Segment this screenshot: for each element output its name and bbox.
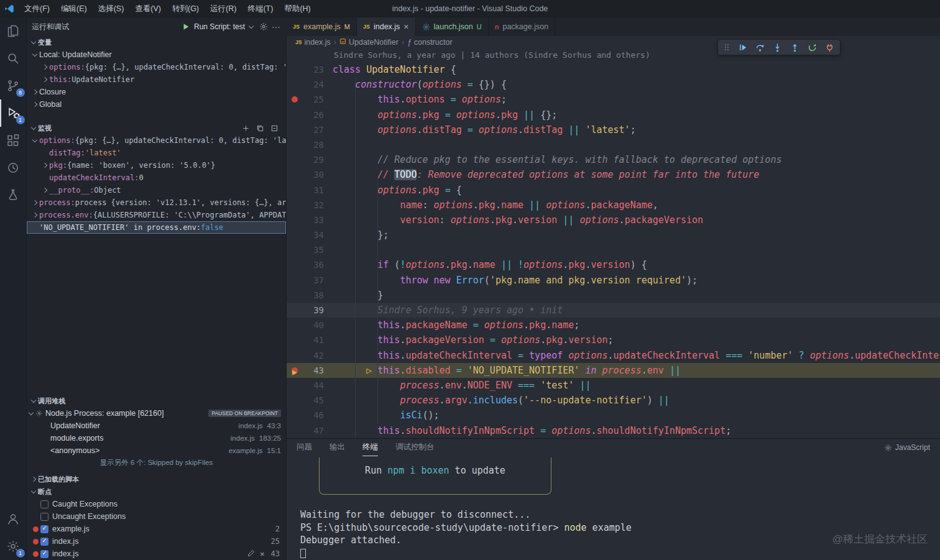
- code-line[interactable]: 47 this.shouldNotifyInNpmScript = option…: [287, 423, 940, 438]
- breakpoint-checkbox[interactable]: [40, 513, 48, 521]
- code-line[interactable]: 26 options.pkg = options.pkg || {};: [287, 108, 940, 122]
- menu-item[interactable]: 文件(F): [19, 0, 55, 17]
- tab-launch.json[interactable]: launch.jsonU: [416, 17, 489, 36]
- code-line[interactable]: 34 };: [287, 227, 940, 242]
- breadcrumb-item-index.js[interactable]: JSindex.js: [295, 38, 331, 47]
- section-breakpoints[interactable]: 断点: [27, 485, 286, 498]
- remove-breakpoint-icon[interactable]: ×: [260, 549, 265, 559]
- code-line[interactable]: 41 this.packageVersion = options.pkg.ver…: [287, 333, 940, 347]
- code-line[interactable]: 36 if (!options.pkg.name || !options.pkg…: [287, 257, 940, 272]
- restart-icon[interactable]: [808, 43, 817, 52]
- show-more-frames-link[interactable]: 显示另外 6 个: Skipped by skipFiles: [27, 457, 286, 468]
- variable-row[interactable]: Local: UpdateNotifier: [27, 48, 286, 61]
- terminal[interactable]: Run npm i boxen to update Waiting for th…: [287, 456, 940, 560]
- code-line[interactable]: 23class UpdateNotifier {: [287, 62, 940, 77]
- continue-icon[interactable]: [738, 43, 747, 52]
- menu-item[interactable]: 选择(S): [93, 0, 130, 17]
- debug-config-dropdown[interactable]: Run Script: test: [194, 22, 256, 31]
- extensions-icon[interactable]: [0, 127, 27, 154]
- section-loaded-scripts[interactable]: 已加载的脚本: [27, 473, 286, 485]
- tab-package.json[interactable]: npackage.json: [489, 17, 555, 36]
- watch-row[interactable]: pkg: {name: 'boxen', version: '5.0.0'}: [27, 159, 286, 172]
- source-control-icon[interactable]: 8: [0, 72, 27, 99]
- drag-grip-icon[interactable]: [724, 42, 730, 52]
- start-debugging-button[interactable]: [182, 22, 190, 31]
- breadcrumb-item-UpdateNotifier[interactable]: UpdateNotifier: [339, 38, 399, 47]
- menu-item[interactable]: 终端(T): [242, 0, 279, 17]
- code-line[interactable]: 45 process.argv.includes('--no-update-no…: [287, 393, 940, 408]
- run-debug-icon[interactable]: 1: [0, 99, 27, 127]
- watch-row[interactable]: process.env: {ALLUSERSPROFILE: 'C:\\Prog…: [27, 209, 286, 221]
- breadcrumb-item-constructor[interactable]: ƒconstructor: [407, 38, 453, 47]
- settings-gear-icon[interactable]: 1: [0, 533, 27, 560]
- watch-row[interactable]: distTag: 'latest': [27, 147, 286, 159]
- code-line[interactable]: 35: [287, 242, 940, 257]
- breakpoint-checkbox[interactable]: [40, 538, 48, 546]
- debug-session-row[interactable]: Node.js Process: example [62160] PAUSED …: [27, 407, 286, 420]
- breakpoint-row[interactable]: index.js×43: [27, 548, 286, 560]
- test-beaker-icon[interactable]: [0, 181, 27, 209]
- code-line[interactable]: 27 options.distTag = options.distTag || …: [287, 122, 940, 137]
- code-line[interactable]: 30 // TODO: Remove deprecated options at…: [287, 167, 940, 182]
- add-expression-icon[interactable]: [242, 124, 250, 132]
- more-actions-icon[interactable]: ···: [272, 22, 280, 32]
- breakpoint-row[interactable]: Caught Exceptions: [27, 498, 286, 510]
- section-watch[interactable]: 监视: [27, 122, 286, 134]
- code-line[interactable]: 28: [287, 137, 940, 152]
- menu-item[interactable]: 编辑(E): [55, 0, 93, 17]
- variable-row[interactable]: Global: [27, 98, 286, 111]
- terminal-profile[interactable]: JavaScript: [884, 443, 930, 452]
- menu-item[interactable]: 查看(V): [129, 0, 167, 17]
- code-line[interactable]: 42 this.updateCheckInterval = typeof opt…: [287, 348, 940, 363]
- codelens-blame[interactable]: Sindre Sorhus, a year ago | 14 authors (…: [287, 48, 940, 62]
- section-variables[interactable]: 变量: [27, 36, 286, 48]
- variable-row[interactable]: Closure: [27, 86, 286, 98]
- step-into-icon[interactable]: [773, 43, 782, 52]
- account-icon[interactable]: [0, 505, 27, 533]
- breakpoint-checkbox[interactable]: [40, 525, 48, 533]
- watch-row[interactable]: updateCheckInterval: 0: [27, 172, 286, 184]
- breakpoint-row[interactable]: example.js2: [27, 523, 286, 535]
- code-line[interactable]: 46 isCi();: [287, 408, 940, 423]
- copy-value-icon[interactable]: [256, 124, 264, 132]
- watch-row[interactable]: process: process {version: 'v12.13.1', v…: [27, 196, 286, 209]
- edit-breakpoint-icon[interactable]: [247, 549, 255, 559]
- menu-item[interactable]: 帮助(H): [279, 0, 316, 17]
- disconnect-icon[interactable]: [825, 43, 834, 52]
- code-editor[interactable]: Sindre Sorhus, a year ago | 14 authors (…: [287, 48, 940, 438]
- variable-row[interactable]: options: {pkg: {…}, updateCheckInterval:…: [27, 61, 286, 73]
- panel-tab-问题[interactable]: 问题: [297, 439, 312, 456]
- stack-frame[interactable]: <anonymous>example.js15:1: [27, 444, 286, 457]
- panel-tab-调试控制台[interactable]: 调试控制台: [395, 439, 435, 456]
- code-line[interactable]: 24 constructor(options = {}) {: [287, 77, 940, 92]
- step-out-icon[interactable]: [790, 43, 799, 52]
- code-line[interactable]: 32 name: options.pkg.name || options.pac…: [287, 198, 940, 213]
- stack-frame[interactable]: UpdateNotifierindex.js43:3: [27, 420, 286, 432]
- watch-row[interactable]: options: {pkg: {…}, updateCheckInterval:…: [27, 134, 286, 147]
- gutter-glyph[interactable]: [287, 92, 303, 107]
- watch-row[interactable]: 'NO_UPDATE_NOTIFIER' in process.env: fal…: [27, 221, 286, 234]
- step-over-icon[interactable]: [755, 43, 765, 52]
- code-line[interactable]: 37 throw new Error('pkg.name and pkg.ver…: [287, 273, 940, 288]
- menu-item[interactable]: 运行(R): [205, 0, 242, 17]
- menu-item[interactable]: 转到(G): [167, 0, 205, 17]
- explorer-icon[interactable]: [0, 17, 27, 45]
- collapse-all-icon[interactable]: [270, 124, 279, 132]
- code-line[interactable]: 40 this.packageName = options.pkg.name;: [287, 318, 940, 333]
- variable-row[interactable]: this: UpdateNotifier: [27, 73, 286, 86]
- panel-tab-终端[interactable]: 终端: [362, 439, 378, 456]
- tab-example.js[interactable]: JSexample.jsM: [287, 17, 357, 36]
- code-line[interactable]: 25 this.options = options;: [287, 92, 940, 107]
- breakpoint-checkbox[interactable]: [40, 550, 48, 558]
- breakpoint-row[interactable]: Uncaught Exceptions: [27, 510, 286, 523]
- stack-frame[interactable]: module.exportsindex.js183:25: [27, 432, 286, 444]
- breakpoint-row[interactable]: index.js25: [27, 535, 286, 548]
- code-line[interactable]: 38 }: [287, 288, 940, 303]
- code-line[interactable]: 39 Sindre Sorhus, 9 years ago • init: [287, 303, 940, 318]
- close-tab-icon[interactable]: ×: [403, 22, 408, 31]
- history-icon[interactable]: [0, 154, 27, 181]
- tab-index.js[interactable]: JSindex.js×: [357, 17, 416, 36]
- search-icon[interactable]: [0, 45, 27, 72]
- code-line[interactable]: 44 process.env.NODE_ENV === 'test' ||: [287, 378, 940, 393]
- watch-row[interactable]: __proto__: Object: [27, 184, 286, 196]
